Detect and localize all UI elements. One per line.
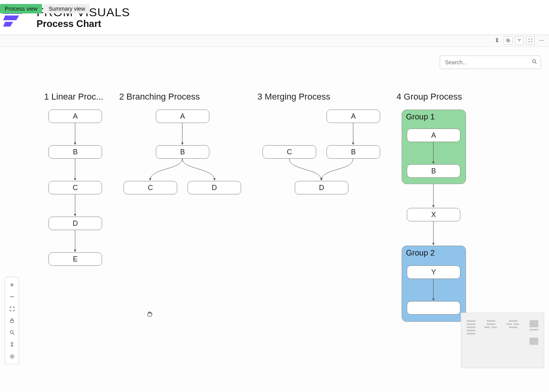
- node-branch-c[interactable]: C: [124, 181, 177, 194]
- svg-point-9: [541, 40, 542, 41]
- group-1-label: Group 1: [406, 112, 462, 121]
- node-group2-y[interactable]: Y: [407, 265, 460, 279]
- node-group1-a[interactable]: A: [407, 129, 460, 142]
- grab-cursor-icon: [146, 310, 153, 319]
- svg-marker-1: [3, 15, 19, 20]
- svg-line-36: [13, 357, 14, 358]
- node-linear-d[interactable]: D: [48, 217, 102, 230]
- search-tool-button[interactable]: [6, 327, 18, 338]
- toolbar-strip: [0, 35, 549, 47]
- node-merge-a[interactable]: A: [327, 110, 380, 123]
- svg-point-8: [539, 40, 540, 41]
- col-title-4: 4 Group Process: [396, 92, 462, 102]
- col-title-2: 2 Branching Process: [119, 92, 200, 102]
- node-merge-b[interactable]: B: [327, 145, 380, 159]
- node-merge-d[interactable]: D: [295, 181, 348, 194]
- focus-mode-icon[interactable]: [526, 36, 535, 45]
- node-group1-b[interactable]: B: [407, 164, 460, 178]
- pin-icon[interactable]: [493, 36, 501, 45]
- svg-line-35: [10, 355, 11, 355]
- copy-icon[interactable]: [504, 36, 512, 45]
- group-2-label: Group 2: [406, 248, 462, 257]
- node-linear-e[interactable]: E: [48, 252, 102, 266]
- node-branch-d[interactable]: D: [188, 181, 241, 194]
- zoom-in-button[interactable]: [6, 279, 18, 291]
- node-branch-a[interactable]: A: [156, 110, 209, 123]
- node-linear-b[interactable]: B: [48, 145, 102, 159]
- auto-height-button[interactable]: [6, 338, 18, 350]
- minimap[interactable]: [461, 313, 544, 368]
- theme-button[interactable]: [6, 350, 18, 362]
- filter-icon[interactable]: [515, 36, 524, 45]
- svg-rect-26: [10, 320, 14, 322]
- node-group2-z[interactable]: [407, 301, 460, 315]
- node-group-x[interactable]: X: [407, 208, 460, 221]
- node-linear-a[interactable]: A: [48, 110, 102, 123]
- process-canvas[interactable]: 1 Linear Proc... 2 Branching Process 3 M…: [0, 47, 549, 392]
- lock-button[interactable]: [6, 315, 18, 327]
- fit-screen-button[interactable]: [6, 303, 18, 315]
- node-merge-c[interactable]: C: [263, 145, 316, 159]
- node-branch-b[interactable]: B: [156, 145, 209, 159]
- node-linear-c[interactable]: C: [48, 181, 102, 194]
- canvas-tool-palette: [5, 277, 19, 364]
- svg-line-28: [13, 333, 14, 334]
- svg-point-30: [11, 355, 13, 357]
- svg-line-38: [13, 355, 14, 355]
- svg-point-27: [10, 331, 13, 334]
- svg-marker-2: [3, 22, 13, 27]
- more-icon[interactable]: [537, 36, 546, 45]
- tab-summary-view[interactable]: Summary view: [44, 4, 90, 13]
- page-title: Process Chart: [37, 18, 130, 29]
- tab-process-view[interactable]: Process view: [0, 4, 42, 13]
- svg-line-37: [10, 357, 11, 358]
- col-title-3: 3 Merging Process: [257, 92, 330, 102]
- col-title-1: 1 Linear Proc...: [44, 92, 103, 102]
- view-tabs: Process view Summary view: [0, 4, 91, 13]
- zoom-out-button[interactable]: [6, 291, 18, 303]
- svg-point-10: [543, 40, 543, 41]
